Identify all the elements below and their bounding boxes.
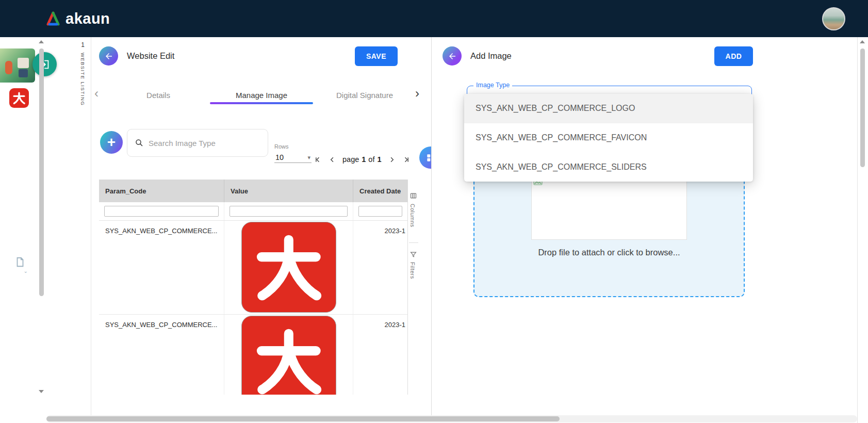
created-date-cell: 2023-1 [353,315,407,395]
back-button[interactable] [443,46,462,66]
total-pages: 1 [377,155,381,164]
table-header-row: Param_Code Value Created Date [99,180,407,202]
plus-icon: + [107,134,116,151]
brand-logo[interactable]: akaun [45,10,110,27]
created-date-cell: 2023-1 [353,221,407,314]
back-button[interactable] [99,46,118,66]
foxit-dai-logo-image[interactable] [241,316,336,395]
document-icon[interactable]: ⌄ [14,256,28,273]
thumbnail-figure [19,69,28,77]
tab-details[interactable]: Details [107,85,210,105]
scroll-up-icon[interactable] [39,40,44,43]
thumbnail-figure [18,58,29,68]
filters-tool-label[interactable]: Filters [410,262,416,279]
value-cell [224,315,353,395]
columns-icon[interactable] [410,192,418,200]
search-icon [135,138,144,148]
page-word: page [342,155,359,164]
scrollbar-thumb[interactable] [860,48,865,167]
rows-per-page-control: Rows 10 ▾ [274,143,312,163]
search-box [127,129,268,157]
search-input[interactable] [149,139,260,148]
add-image-panel: Add Image ADD Image Type Drop file to at… [432,37,857,416]
column-header-param-code[interactable]: Param_Code [99,180,224,202]
chevron-down-icon: ⌄ [24,268,28,274]
pagination: page 1 of 1 [314,154,411,165]
screen: akaun ⌄ [0,0,868,423]
page-title: Add Image [470,51,512,61]
vertical-tab-label: WEBSITE LISTING [80,53,86,106]
current-page: 1 [362,155,366,164]
vertical-tab-website-listing[interactable]: 1 WEBSITE LISTING [75,37,91,416]
image-type-label: Image Type [473,82,512,89]
image-table: Param_Code Value Created Date SYS_AKN_WE… [99,180,419,395]
add-button[interactable]: ADD [714,46,753,66]
rail-scrollbar[interactable] [37,37,46,416]
menu-option-commerce-favicon[interactable]: SYS_AKN_WEB_CP_COMMERCE_FAVICON [464,123,753,153]
dropzone-text: Drop file to attach or click to browse..… [474,248,744,257]
top-navbar: akaun [0,0,868,37]
rows-select[interactable]: 10 ▾ [274,151,312,163]
param-code-cell: SYS_AKN_WEB_CP_COMMERCE... [99,315,224,395]
add-record-button[interactable]: + [100,131,123,154]
arrow-back-icon [104,52,113,61]
last-page-icon[interactable] [400,154,411,165]
scrollbar-thumb[interactable] [46,416,560,421]
filter-created-date-input[interactable] [358,206,402,217]
foxit-pdf-icon[interactable] [9,88,29,108]
filters-icon[interactable] [410,251,418,259]
menu-option-commerce-sliders[interactable]: SYS_AKN_WEB_CP_COMMERCE_SLIDERS [464,152,753,182]
grid-icon [425,153,432,163]
website-edit-panel: 1 WEBSITE LISTING Website Edit SAVE ‹ De… [75,37,432,416]
image-type-menu: SYS_AKN_WEB_CP_COMMERCE_LOGO SYS_AKN_WEB… [464,94,753,182]
rows-value: 10 [275,153,284,161]
horizontal-scrollbar[interactable] [46,415,857,422]
vertical-tab-index: 1 [81,41,85,48]
first-page-icon[interactable] [314,154,324,165]
akaun-triangle-icon [45,11,61,26]
previous-page-icon[interactable] [327,154,337,165]
tab-digital-signature[interactable]: Digital Signature [313,85,416,105]
tabs-scroll-right-icon[interactable]: › [415,86,419,101]
columns-tool-label[interactable]: Columns [410,204,416,227]
table-side-toolbar: Columns Filters [407,180,419,395]
right-scrollbar[interactable] [857,37,866,423]
column-header-value[interactable]: Value [224,180,353,202]
filter-param-code-input[interactable] [104,206,219,217]
scrollbar-thumb[interactable] [39,48,44,296]
arrow-back-icon [448,52,457,61]
filter-value-input[interactable] [230,206,348,217]
scroll-up-icon[interactable] [860,40,865,43]
value-cell [224,221,353,314]
active-tab-indicator [210,102,313,104]
table-row[interactable]: SYS_AKN_WEB_CP_COMMERCE... 2023-1 [99,315,407,395]
column-header-created-date[interactable]: Created Date [353,180,407,202]
thumbnail-figure [5,61,12,74]
page-title: Website Edit [127,51,174,61]
table-settings-button[interactable] [419,147,432,169]
page-status: page 1 of 1 [340,155,384,164]
param-code-cell: SYS_AKN_WEB_CP_COMMERCE... [99,221,224,314]
website-thumbnail-image[interactable] [0,48,35,83]
menu-option-commerce-logo[interactable]: SYS_AKN_WEB_CP_COMMERCE_LOGO [464,94,753,123]
table-row[interactable]: SYS_AKN_WEB_CP_COMMERCE... 2023-1 [99,221,407,315]
table-filter-row [99,202,407,221]
table-main: Param_Code Value Created Date SYS_AKN_WE… [99,180,407,395]
save-button[interactable]: SAVE [355,46,398,66]
brand-name: akaun [65,10,110,27]
tabs-scroll-left-icon[interactable]: ‹ [94,86,99,101]
caret-down-icon: ▾ [307,154,310,161]
side-divider [409,242,418,243]
of-word: of [368,155,374,164]
foxit-dai-logo-image[interactable] [241,222,336,313]
user-avatar[interactable] [822,7,845,30]
rows-label: Rows [274,143,312,150]
scroll-down-icon[interactable] [39,390,44,393]
next-page-icon[interactable] [387,154,397,165]
